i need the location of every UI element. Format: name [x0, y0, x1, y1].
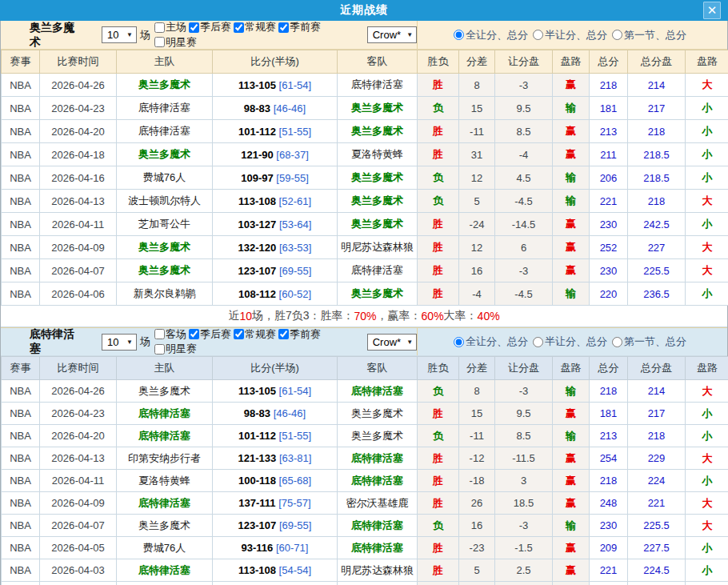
- result-cell: 负: [418, 97, 459, 120]
- handicap-cell: 4.5: [495, 166, 553, 190]
- checkbox-input[interactable]: [278, 22, 289, 33]
- fulltime-score: 101-112: [238, 126, 276, 138]
- score-cell: 113-108 [54-54]: [213, 559, 338, 582]
- chevron-down-icon: ▼: [406, 339, 413, 346]
- total-cell: 248: [590, 492, 628, 515]
- result-cell: 胜: [418, 559, 459, 582]
- home-team-cell: 底特律活塞: [117, 97, 213, 120]
- filter-checkbox-group: 客场季后赛常规赛季前赛明星赛: [152, 327, 366, 357]
- league-cell: NBA: [2, 403, 40, 425]
- home-team-cell: 新奥尔良鹈鹕: [117, 282, 213, 306]
- diff-cell: 16: [459, 515, 495, 537]
- radio-input[interactable]: [454, 337, 464, 347]
- table-row: NBA2026-04-23底特律活塞98-83 [46-46]奥兰多魔术胜159…: [2, 403, 728, 425]
- filter-checkbox[interactable]: 常规赛: [231, 20, 276, 34]
- filter-checkbox[interactable]: 明星赛: [152, 342, 197, 356]
- handicap-cell: 18.5: [495, 492, 553, 515]
- games-count-select[interactable]: 10 ▼: [102, 26, 137, 43]
- filter-checkbox[interactable]: 主场: [152, 20, 186, 34]
- filter-checkbox[interactable]: 季前赛: [276, 327, 321, 342]
- dialog-title: 近期战绩: [340, 3, 388, 18]
- league-cell: NBA: [2, 259, 40, 282]
- handicap-result-cell: 赢: [553, 259, 590, 282]
- total-line-cell: 214: [628, 380, 686, 403]
- crow-select[interactable]: Crow* ▼: [367, 26, 417, 43]
- checkbox-input[interactable]: [189, 22, 199, 33]
- handicap-result-cell: 赢: [553, 582, 590, 585]
- halftime-score: [65-68]: [279, 475, 311, 487]
- league-cell: NBA: [2, 425, 40, 447]
- market-radio-option[interactable]: 半让分、总分: [533, 335, 607, 349]
- checkbox-input[interactable]: [234, 22, 244, 33]
- radio-input[interactable]: [533, 337, 543, 347]
- league-cell: NBA: [2, 97, 40, 120]
- checkbox-input[interactable]: [154, 22, 165, 33]
- handicap-result-cell: 输: [553, 380, 590, 403]
- total-line-cell: 227.5: [628, 537, 686, 559]
- radio-input[interactable]: [612, 30, 622, 40]
- filter-checkbox[interactable]: 客场: [152, 327, 186, 342]
- league-cell: NBA: [2, 190, 40, 213]
- market-radio-option[interactable]: 第一节、总分: [612, 28, 686, 42]
- column-header: 让分盘: [495, 357, 553, 380]
- summary-segment: 10: [239, 310, 252, 323]
- crow-select[interactable]: Crow* ▼: [367, 334, 417, 351]
- date-cell: 2026-04-11: [40, 213, 117, 236]
- score-cell: 103-127 [53-64]: [213, 213, 338, 236]
- over-under-cell: 小: [686, 166, 728, 190]
- filter-checkbox[interactable]: 季后赛: [186, 20, 231, 34]
- radio-input[interactable]: [454, 30, 464, 40]
- table-row: NBA2026-04-13波士顿凯尔特人113-108 [52-61]奥兰多魔术…: [2, 190, 728, 213]
- checkbox-input[interactable]: [189, 329, 199, 339]
- filter-checkbox[interactable]: 明星赛: [152, 35, 197, 50]
- radio-input[interactable]: [612, 337, 622, 347]
- over-under-cell: 小: [686, 213, 728, 236]
- market-radio-option[interactable]: 全让分、总分: [454, 28, 528, 42]
- total-cell: 252: [590, 236, 628, 259]
- radio-input[interactable]: [533, 30, 543, 40]
- league-cell: NBA: [2, 166, 40, 190]
- market-radio-option[interactable]: 半让分、总分: [533, 28, 607, 42]
- over-under-cell: 小: [686, 559, 728, 582]
- checkbox-input[interactable]: [234, 329, 244, 339]
- diff-cell: 8: [459, 380, 495, 403]
- score-cell: 121-90 [68-37]: [213, 143, 338, 166]
- handicap-result-cell: 输: [553, 425, 590, 447]
- score-cell: 98-83 [46-46]: [213, 403, 338, 425]
- total-cell: 230: [590, 259, 628, 282]
- close-button[interactable]: ✕: [703, 2, 721, 19]
- handicap-result-cell: 输: [553, 190, 590, 213]
- diff-cell: -24: [459, 213, 495, 236]
- league-cell: NBA: [2, 559, 40, 582]
- diff-cell: 5: [459, 190, 495, 213]
- radio-label: 全让分、总分: [466, 28, 528, 42]
- filter-checkbox[interactable]: 常规赛: [231, 327, 276, 342]
- score-cell: 93-116 [60-71]: [213, 537, 338, 559]
- away-team-cell: 底特律活塞: [338, 470, 418, 492]
- market-radio-option[interactable]: 全让分、总分: [454, 335, 528, 349]
- away-team-cell: 奥兰多魔术: [338, 120, 418, 143]
- total-line-cell: 229: [628, 447, 686, 470]
- filter-checkbox[interactable]: 季前赛: [276, 20, 321, 34]
- dialog-header: 近期战绩 ✕: [0, 0, 728, 21]
- halftime-score: [60-71]: [276, 542, 308, 554]
- result-cell: 负: [418, 190, 459, 213]
- total-cell: 220: [590, 282, 628, 306]
- results-table: 赛事比赛时间主队比分(半场)客队胜负分差让分盘盘路总分总分盘盘路 NBA2026…: [1, 356, 728, 585]
- handicap-result-cell: 赢: [553, 537, 590, 559]
- checkbox-input[interactable]: [278, 329, 289, 339]
- checkbox-input[interactable]: [154, 37, 165, 47]
- checkbox-input[interactable]: [154, 344, 165, 355]
- date-cell: 2026-04-03: [40, 559, 117, 582]
- games-count-select[interactable]: 10 ▼: [102, 334, 137, 351]
- filter-checkbox[interactable]: 季后赛: [186, 327, 231, 342]
- checkbox-input[interactable]: [154, 329, 165, 339]
- diff-cell: 16: [459, 259, 495, 282]
- results-table: 赛事比赛时间主队比分(半场)客队胜负分差让分盘盘路总分总分盘盘路 NBA2026…: [1, 50, 728, 306]
- market-radio-option[interactable]: 第一节、总分: [612, 335, 686, 349]
- away-team-cell: 底特律活塞: [338, 74, 418, 97]
- fulltime-score: 113-105: [238, 385, 276, 397]
- radio-label: 全让分、总分: [466, 335, 528, 349]
- result-cell: 胜: [418, 259, 459, 282]
- over-under-cell: 小: [686, 470, 728, 492]
